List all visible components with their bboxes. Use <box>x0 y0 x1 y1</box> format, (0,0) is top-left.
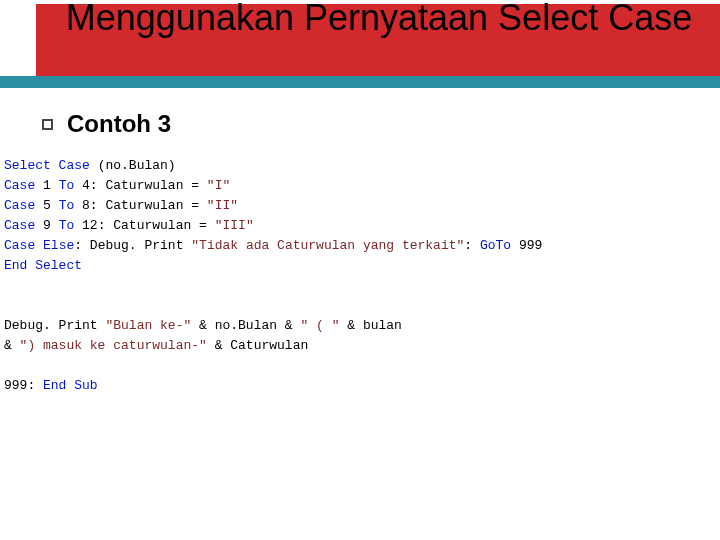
keyword-case: Case <box>4 178 35 193</box>
string-literal: "III" <box>215 218 254 233</box>
bullet-square-icon <box>42 119 53 130</box>
code-text: 12: Caturwulan = <box>74 218 214 233</box>
subtitle: Contoh 3 <box>67 110 171 138</box>
code-text: : Debug. Print <box>74 238 191 253</box>
title-teal-bar <box>0 76 720 88</box>
string-literal: "I" <box>207 178 230 193</box>
string-literal: "II" <box>207 198 238 213</box>
code-text: 8: Caturwulan = <box>74 198 207 213</box>
keyword-goto: GoTo <box>480 238 511 253</box>
string-literal: "Bulan ke-" <box>105 318 191 333</box>
keyword-case: Case <box>4 238 35 253</box>
code-text: & bulan <box>339 318 401 333</box>
code-text: 1 <box>35 178 58 193</box>
keyword-to: To <box>59 198 75 213</box>
code-text: 999: <box>4 378 43 393</box>
keyword-end-select: End Select <box>4 258 82 273</box>
string-literal: ") masuk ke caturwulan-" <box>20 338 207 353</box>
code-text: 4: Caturwulan = <box>74 178 207 193</box>
keyword-to: To <box>59 218 75 233</box>
body-area: Contoh 3 Select Case (no.Bulan) Case 1 T… <box>0 92 720 396</box>
slide-title: Menggunakan Pernyataan Select Case <box>48 0 710 38</box>
title-block: Menggunakan Pernyataan Select Case <box>0 0 720 92</box>
code-text: 9 <box>35 218 58 233</box>
code-nobulan: (no.Bulan) <box>98 158 176 173</box>
string-literal: "Tidak ada Caturwulan yang terkait" <box>191 238 464 253</box>
keyword-case: Case <box>4 198 35 213</box>
code-block: Select Case (no.Bulan) Case 1 To 4: Catu… <box>4 156 680 396</box>
code-text: & Caturwulan <box>207 338 308 353</box>
keyword-to: To <box>59 178 75 193</box>
keyword-else: Else <box>43 238 74 253</box>
code-text: 5 <box>35 198 58 213</box>
keyword-select-case: Select Case <box>4 158 90 173</box>
keyword-case: Case <box>4 218 35 233</box>
code-text: : <box>464 238 480 253</box>
string-literal: " ( " <box>300 318 339 333</box>
code-text: Debug. Print <box>4 318 105 333</box>
keyword-end-sub: End Sub <box>43 378 98 393</box>
bullet-row: Contoh 3 <box>42 110 680 138</box>
code-text: & no.Bulan & <box>191 318 300 333</box>
code-text: 999 <box>511 238 542 253</box>
code-text: & <box>4 338 20 353</box>
